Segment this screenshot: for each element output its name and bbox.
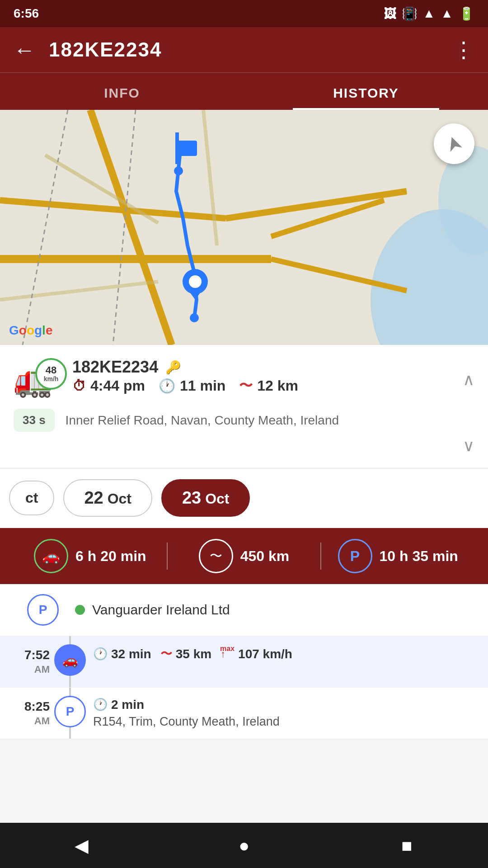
wifi-icon: ▲ xyxy=(423,6,436,21)
svg-point-19 xyxy=(174,166,183,175)
park-duration: 🕐 2 min xyxy=(93,698,144,712)
duration-stat: 🕐 11 min xyxy=(159,377,225,394)
drive-summary: 🚗 6 h 20 min xyxy=(14,539,167,573)
park-content: 🕐 2 min R154, Trim, County Meath, Irelan… xyxy=(86,688,488,739)
drive-content: 🕐 32 min 〜 35 km ↑max 107 km/h xyxy=(86,636,488,687)
clock-icon-small: 🕐 xyxy=(93,647,108,661)
battery-icon: 🔋 xyxy=(459,6,474,21)
vibrate-icon: 📳 xyxy=(402,6,418,21)
timeline-drive-row: 7:52 AM 🚗 🕐 32 min 〜 35 km ↑m xyxy=(0,636,488,688)
drive-maxspeed: ↑max 107 km/h xyxy=(221,647,292,661)
park-dot: P xyxy=(54,696,86,727)
departure-time: ⏱ 4:44 pm xyxy=(72,377,145,394)
vehicle-name: 182KE2234 xyxy=(72,358,158,377)
home-nav-button[interactable]: ● xyxy=(226,827,262,863)
recent-nav-button[interactable]: ■ xyxy=(389,827,425,863)
date-pill-23-oct[interactable]: 23 Oct xyxy=(161,479,250,517)
timeline-time-825: 8:25 AM xyxy=(0,688,54,739)
page-title: 182KE2234 xyxy=(49,38,162,61)
timeline-line-drive: 🚗 xyxy=(54,636,86,687)
park-dot-start: P xyxy=(27,594,59,626)
status-bar: 6:56 🖼 📳 ▲ ▲ 🔋 xyxy=(0,0,488,27)
green-dot xyxy=(75,605,85,615)
date-pill-partial[interactable]: ct xyxy=(9,481,54,515)
park-address: R154, Trim, County Meath, Ireland xyxy=(93,715,479,729)
date-selector: ct 22 Oct 23 Oct xyxy=(0,468,488,528)
location-info: Vanguarder Ireland Ltd xyxy=(68,602,230,618)
bottom-navigation: ◀ ● ■ xyxy=(0,823,488,868)
menu-button[interactable]: ⋮ xyxy=(453,37,474,62)
drive-icon: 🚗 xyxy=(34,539,68,573)
tabs-bar: INFO HISTORY xyxy=(0,72,488,110)
timeline-time-752: 7:52 AM xyxy=(0,636,54,687)
back-nav-button[interactable]: ◀ xyxy=(63,827,99,863)
signal-icon: ▲ xyxy=(441,6,453,21)
expand-button[interactable]: ∨ xyxy=(463,436,474,455)
timeline-line-park: P xyxy=(54,688,86,739)
svg-point-17 xyxy=(189,275,202,288)
app-header: ← 182KE2234 ⋮ xyxy=(0,27,488,72)
drive-duration: 🕐 32 min xyxy=(93,647,151,661)
vehicle-address: Inner Relief Road, Navan, County Meath, … xyxy=(66,413,339,428)
status-icons: 🖼 📳 ▲ ▲ 🔋 xyxy=(384,6,474,21)
google-logo: Google xyxy=(9,323,52,338)
key-icon: 🔑 xyxy=(165,360,181,375)
svg-marker-21 xyxy=(446,135,462,152)
navigate-button[interactable] xyxy=(434,123,474,164)
timeline-location-row: P Vanguarder Ireland Ltd xyxy=(0,584,488,636)
collapse-button[interactable]: ∧ xyxy=(463,370,474,389)
photo-icon: 🖼 xyxy=(384,6,396,21)
park-icon: P xyxy=(338,539,372,573)
route-icon: 〜 xyxy=(239,377,253,395)
distance-icon: 〜 xyxy=(199,539,233,573)
route-icon-small: 〜 xyxy=(160,646,172,662)
distance-summary: 〜 450 km xyxy=(168,539,321,573)
summary-bar: 🚗 6 h 20 min 〜 450 km P 10 h 35 min xyxy=(0,528,488,584)
location-name: Vanguarder Ireland Ltd xyxy=(92,602,230,618)
clock-icon: ⏱ xyxy=(72,378,86,394)
wait-time-badge: 33 s xyxy=(14,409,55,432)
park-summary: P 10 h 35 min xyxy=(321,539,474,573)
svg-point-20 xyxy=(190,313,199,322)
vehicle-card: 🚛 48 km/h 182KE2234 🔑 ⏱ 4:44 pm xyxy=(0,345,488,468)
tab-info[interactable]: INFO xyxy=(0,73,244,110)
maxspeed-icon: ↑max xyxy=(221,648,225,660)
map-view[interactable]: Google xyxy=(0,110,488,345)
park-clock-icon: 🕐 xyxy=(93,698,108,712)
tab-history[interactable]: HISTORY xyxy=(244,73,488,110)
status-time: 6:56 xyxy=(14,6,39,21)
timer-icon: 🕐 xyxy=(159,378,175,394)
timeline-park-row: 8:25 AM P 🕐 2 min R154, Trim, County Mea… xyxy=(0,688,488,739)
date-pill-22-oct[interactable]: 22 Oct xyxy=(63,479,152,517)
distance-stat: 〜 12 km xyxy=(239,377,298,395)
svg-rect-15 xyxy=(175,132,179,164)
drive-dot: 🚗 xyxy=(54,644,86,676)
speed-badge: 48 km/h xyxy=(35,358,67,390)
timeline: P Vanguarder Ireland Ltd 7:52 AM 🚗 🕐 32 … xyxy=(0,584,488,739)
drive-distance: 〜 35 km xyxy=(160,646,211,662)
vehicle-icon: 🚛 48 km/h xyxy=(14,362,63,398)
svg-rect-14 xyxy=(177,141,197,156)
back-button[interactable]: ← xyxy=(14,38,35,62)
